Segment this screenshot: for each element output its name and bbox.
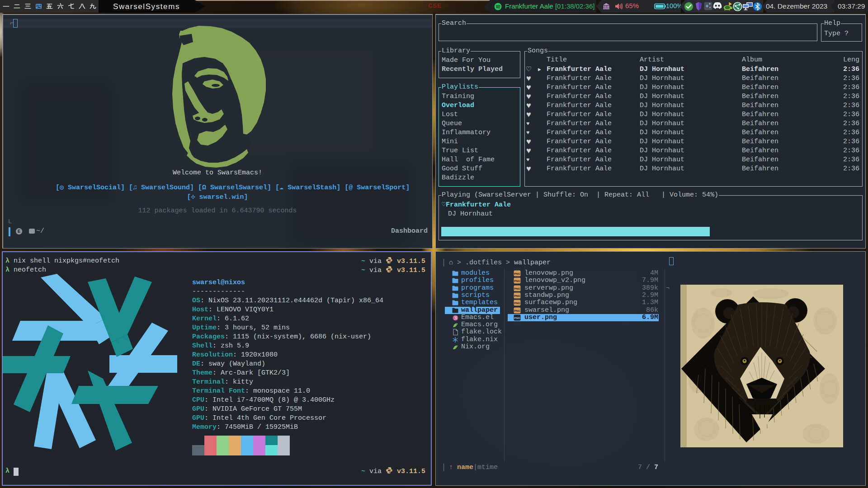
svg-text:PNG: PNG <box>514 272 520 275</box>
svg-text:PNG: PNG <box>514 286 520 290</box>
svg-text:PNG: PNG <box>514 316 520 319</box>
svg-text:PNG: PNG <box>514 301 520 305</box>
svg-text:PNG: PNG <box>514 279 520 282</box>
svg-text:PNG: PNG <box>514 294 520 297</box>
svg-text:PNG: PNG <box>514 309 520 312</box>
